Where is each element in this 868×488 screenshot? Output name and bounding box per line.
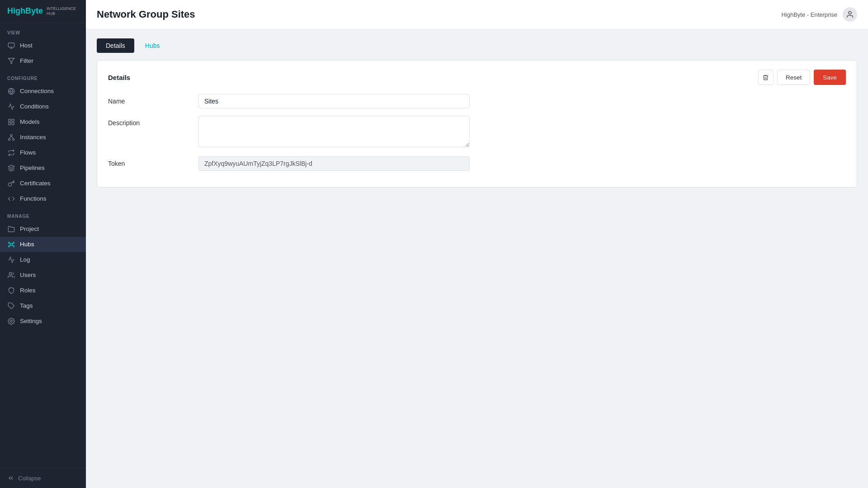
sidebar-item-models-label: Models (20, 118, 40, 125)
main-content: Network Group Sites HighByte - Enterpris… (86, 0, 868, 488)
sidebar-item-hubs-label: Hubs (20, 241, 34, 248)
content-area: Details Hubs Details Reset Save Name (86, 29, 868, 488)
tab-details[interactable]: Details (97, 38, 134, 53)
card-header: Details Reset Save (108, 70, 846, 85)
connections-icon (7, 87, 15, 95)
topbar: Network Group Sites HighByte - Enterpris… (86, 0, 868, 29)
svg-rect-7 (12, 119, 14, 122)
svg-point-28 (849, 11, 851, 14)
svg-line-21 (9, 243, 11, 244)
svg-line-24 (12, 244, 13, 246)
topbar-right: HighByte - Enterprise (781, 7, 857, 22)
name-label: Name (108, 94, 198, 105)
sidebar-item-certificates-label: Certificates (20, 180, 51, 187)
svg-point-27 (10, 320, 12, 322)
svg-point-18 (13, 242, 14, 243)
instances-icon (7, 133, 15, 141)
functions-icon (7, 195, 15, 203)
sidebar-item-users-label: Users (20, 272, 36, 278)
sidebar-item-host[interactable]: Host (0, 38, 86, 53)
description-input[interactable] (198, 116, 470, 147)
enterprise-label: HighByte - Enterprise (781, 11, 837, 18)
host-icon (7, 42, 15, 50)
sidebar-item-conditions-label: Conditions (20, 103, 49, 110)
sidebar-item-project-label: Project (20, 225, 39, 232)
collapse-button[interactable]: Collapse (0, 468, 86, 488)
sidebar-item-certificates[interactable]: Certificates (0, 176, 86, 191)
conditions-icon (7, 103, 15, 111)
details-card: Details Reset Save Name Description (97, 60, 857, 188)
trash-icon (762, 74, 769, 81)
view-section-label: VIEW (0, 23, 86, 38)
page-title: Network Group Sites (97, 9, 195, 20)
sidebar-item-settings[interactable]: Settings (0, 314, 86, 329)
sidebar-item-filter[interactable]: Filter (0, 53, 86, 69)
sidebar-item-filter-label: Filter (20, 57, 33, 64)
delete-button[interactable] (758, 70, 774, 85)
svg-point-25 (9, 272, 11, 275)
svg-rect-6 (9, 119, 11, 122)
svg-marker-15 (8, 165, 14, 168)
manage-section-label: MANAGE (0, 206, 86, 221)
card-title: Details (108, 74, 130, 81)
svg-rect-9 (9, 122, 11, 125)
sidebar-item-functions-label: Functions (20, 195, 47, 202)
hubs-icon (7, 240, 15, 249)
svg-point-12 (13, 138, 14, 140)
sidebar-item-instances-label: Instances (20, 134, 46, 141)
svg-marker-3 (8, 58, 14, 64)
sidebar-item-instances[interactable]: Instances (0, 130, 86, 145)
user-avatar[interactable] (843, 7, 857, 22)
sidebar-item-flows[interactable]: Flows (0, 145, 86, 160)
svg-line-23 (9, 244, 11, 246)
settings-icon (7, 317, 15, 325)
svg-point-20 (13, 245, 14, 247)
users-icon (7, 271, 15, 279)
sidebar-item-project[interactable]: Project (0, 221, 86, 237)
sidebar-item-conditions[interactable]: Conditions (0, 99, 86, 114)
form-row-name: Name (108, 94, 846, 108)
roles-icon (7, 286, 15, 295)
configure-section-label: CONFIGURE (0, 69, 86, 84)
description-label: Description (108, 116, 198, 127)
sidebar-item-roles-label: Roles (20, 287, 36, 294)
certificates-icon (7, 179, 15, 188)
sidebar-item-users[interactable]: Users (0, 267, 86, 283)
collapse-label: Collapse (18, 475, 41, 482)
svg-rect-8 (12, 122, 14, 125)
sidebar-item-settings-label: Settings (20, 318, 42, 324)
name-input[interactable] (198, 94, 470, 108)
sidebar-item-tags-label: Tags (20, 302, 33, 309)
tags-icon (7, 302, 15, 310)
project-icon (7, 225, 15, 233)
description-field-wrapper (198, 116, 470, 149)
sidebar-item-models[interactable]: Models (0, 114, 86, 130)
sidebar-item-roles[interactable]: Roles (0, 283, 86, 298)
filter-icon (7, 57, 15, 65)
tab-hubs[interactable]: Hubs (136, 38, 169, 53)
save-button[interactable]: Save (814, 70, 846, 85)
tabs: Details Hubs (97, 38, 857, 53)
logo-text: HighByte (7, 6, 43, 16)
reset-button[interactable]: Reset (777, 70, 810, 85)
sidebar-item-pipelines-label: Pipelines (20, 164, 45, 171)
logo-subtitle: Intelligence Hub (47, 6, 76, 16)
log-icon (7, 256, 15, 264)
token-label: Token (108, 156, 198, 167)
sidebar-item-connections[interactable]: Connections (0, 84, 86, 99)
sidebar-logo: HighByte Intelligence Hub (0, 0, 86, 23)
svg-point-17 (8, 242, 9, 243)
pipelines-icon (7, 164, 15, 172)
sidebar-item-pipelines[interactable]: Pipelines (0, 160, 86, 176)
sidebar-item-hubs[interactable]: Hubs (0, 237, 86, 252)
card-actions: Reset Save (758, 70, 846, 85)
name-field-wrapper (198, 94, 470, 108)
sidebar-item-functions[interactable]: Functions (0, 191, 86, 206)
sidebar-item-log[interactable]: Log (0, 252, 86, 267)
svg-line-22 (12, 243, 13, 244)
flows-icon (7, 149, 15, 157)
token-input (198, 156, 470, 171)
svg-point-11 (8, 138, 10, 140)
svg-point-10 (10, 134, 12, 136)
sidebar-item-tags[interactable]: Tags (0, 298, 86, 314)
